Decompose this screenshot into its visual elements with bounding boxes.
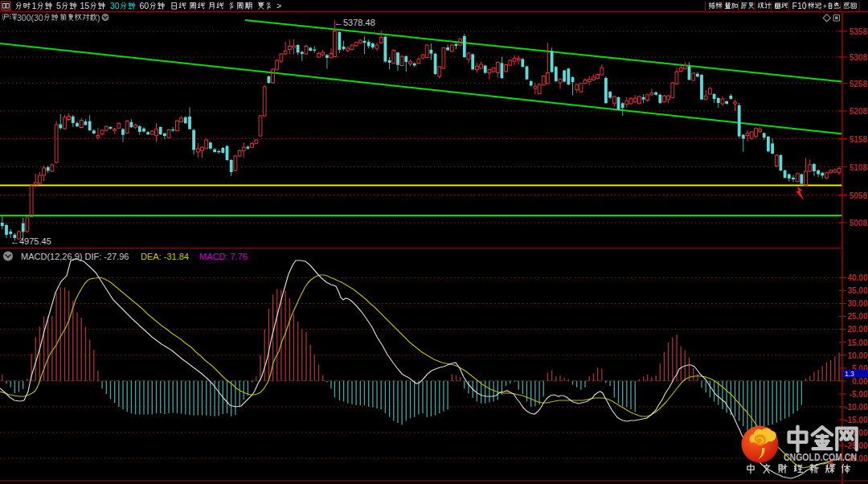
svg-text:20.00: 20.00	[847, 325, 867, 334]
svg-text:+: +	[823, 2, 828, 10]
svg-text:>: >	[276, 1, 281, 10]
svg-text:35.00: 35.00	[847, 286, 867, 295]
svg-text:15.00: 15.00	[847, 338, 867, 347]
svg-text:): )	[97, 13, 100, 23]
svg-text:40.00: 40.00	[847, 273, 867, 282]
svg-text:5058: 5058	[850, 191, 868, 200]
svg-text:MACD: 7.76: MACD: 7.76	[199, 252, 248, 261]
svg-text:CNGOLD.COM.CN: CNGOLD.COM.CN	[784, 452, 857, 463]
svg-text:5308: 5308	[850, 53, 868, 62]
svg-text:-10.00: -10.00	[845, 403, 868, 412]
svg-text:30.00: 30.00	[847, 299, 867, 308]
svg-text:5358: 5358	[850, 27, 868, 36]
svg-text:1.3: 1.3	[845, 370, 854, 378]
svg-text:-5.00: -5.00	[850, 390, 868, 399]
svg-text:-15.00: -15.00	[845, 416, 868, 425]
svg-text:←5378.48: ←5378.48	[334, 18, 375, 27]
svg-text:30: 30	[110, 1, 120, 10]
svg-text:5208: 5208	[850, 107, 868, 116]
svg-text:60: 60	[140, 1, 149, 10]
svg-text:5008: 5008	[850, 219, 868, 228]
svg-text:300(30: 300(30	[17, 13, 43, 23]
svg-text:1: 1	[32, 1, 37, 10]
svg-text:15: 15	[80, 1, 90, 10]
svg-text:5258: 5258	[850, 80, 868, 88]
svg-text:5: 5	[56, 1, 61, 10]
svg-text:MACD(12,26,9) DIF: -27.96: MACD(12,26,9) DIF: -27.96	[21, 252, 129, 261]
svg-text:10.00: 10.00	[847, 351, 867, 360]
svg-text:25.00: 25.00	[847, 312, 867, 321]
svg-text:DEA: -31.84: DEA: -31.84	[141, 252, 189, 261]
svg-text:5108: 5108	[850, 163, 868, 172]
svg-text:F10: F10	[792, 1, 807, 10]
svg-text:0.00: 0.00	[852, 377, 868, 386]
svg-text:5158: 5158	[850, 135, 868, 144]
svg-text:←4975.45: ←4975.45	[10, 236, 51, 246]
